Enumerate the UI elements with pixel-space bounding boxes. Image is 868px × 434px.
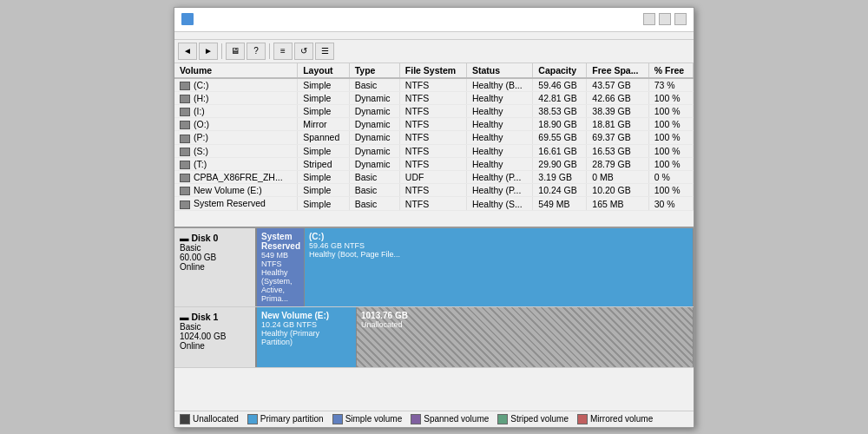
title-bar	[174, 8, 694, 32]
close-button[interactable]	[674, 13, 687, 25]
disk-name: ▬ Disk 1	[180, 312, 250, 322]
drive-icon	[180, 121, 190, 129]
menu-help[interactable]	[230, 34, 240, 37]
drive-icon	[180, 82, 190, 90]
partition[interactable]: System Reserved 549 MB NTFS Healthy (Sys…	[257, 228, 305, 306]
disk-partitions: System Reserved 549 MB NTFS Healthy (Sys…	[257, 228, 694, 306]
legend-item: Spanned volume	[411, 414, 489, 424]
disk-partitions: New Volume (E:) 10.24 GB NTFS Healthy (P…	[257, 307, 694, 367]
menu-action[interactable]	[195, 34, 206, 37]
drive-icon	[180, 187, 190, 195]
legend-item: Simple volume	[332, 414, 403, 424]
legend-item: Mirrored volume	[577, 414, 653, 424]
forward-button[interactable]: ►	[199, 43, 218, 60]
computer-button[interactable]: 🖥	[226, 43, 245, 60]
legend-color-box	[497, 414, 508, 424]
legend-item: Primary partition	[247, 414, 324, 424]
partition-details: 10.24 GB NTFS	[261, 320, 352, 329]
legend-color-box	[180, 414, 190, 424]
drive-icon	[180, 174, 190, 182]
legend-label: Unallocated	[193, 414, 239, 424]
toolbar: ◄ ► 🖥 ? ≡ ↺ ☰	[174, 40, 694, 63]
view-button[interactable]: ≡	[273, 43, 293, 60]
back-button[interactable]: ◄	[178, 43, 197, 60]
partition[interactable]: 1013.76 GB Unallocated	[357, 307, 694, 367]
col-capacity[interactable]: Capacity	[533, 63, 587, 78]
disk-row: ▬ Disk 1 Basic 1024.00 GB OnlineNew Volu…	[174, 307, 694, 368]
disk-label: ▬ Disk 0 Basic 60.00 GB Online	[174, 228, 257, 306]
menu-file[interactable]	[178, 34, 188, 37]
col-status[interactable]: Status	[466, 63, 532, 78]
disk-type: Basic	[180, 243, 250, 253]
table-row[interactable]: CPBA_X86FRE_ZH...SimpleBasicUDFHealthy (…	[174, 171, 694, 184]
table-row[interactable]: System ReservedSimpleBasicNTFSHealthy (S…	[174, 197, 694, 210]
partition-name: (C:)	[309, 232, 688, 241]
table-row[interactable]: (O:)MirrorDynamicNTFSHealthy18.90 GB18.8…	[174, 118, 694, 131]
legend-color-box	[247, 414, 258, 424]
table-row[interactable]: (H:)SimpleDynamicNTFSHealthy42.81 GB42.6…	[174, 91, 694, 104]
volume-table: Volume Layout Type File System Status Ca…	[174, 63, 694, 211]
col-volume[interactable]: Volume	[174, 63, 298, 78]
col-layout[interactable]: Layout	[298, 63, 349, 78]
drive-icon	[180, 161, 190, 169]
col-filesystem[interactable]: File System	[399, 63, 466, 78]
toolbar-separator-2	[269, 43, 270, 59]
content-area: Volume Layout Type File System Status Ca…	[174, 63, 694, 411]
drive-icon	[180, 95, 190, 103]
table-row[interactable]: (T:)StripedDynamicNTFSHealthy29.90 GB28.…	[174, 157, 694, 170]
partition-name: 1013.76 GB	[361, 311, 688, 320]
menu-bar	[174, 32, 694, 40]
disk-status: Online	[180, 262, 250, 272]
disk-size: 1024.00 GB	[180, 332, 250, 341]
title-bar-controls	[643, 13, 687, 25]
drive-icon	[180, 135, 190, 143]
maximize-button[interactable]	[659, 13, 671, 25]
partition-sub: Healthy (Primary Partition)	[261, 329, 352, 346]
partition[interactable]: (C:) 59.46 GB NTFS Healthy (Boot, Page F…	[305, 228, 694, 306]
legend-label: Spanned volume	[424, 414, 489, 424]
minimize-button[interactable]	[643, 13, 655, 25]
table-row[interactable]: (P:)SpannedDynamicNTFSHealthy69.55 GB69.…	[174, 131, 694, 144]
disk-management-window: ◄ ► 🖥 ? ≡ ↺ ☰ Volume Layout Type File Sy…	[174, 7, 694, 428]
legend-label: Mirrored volume	[590, 414, 653, 424]
col-free[interactable]: Free Spa...	[587, 63, 648, 78]
menu-view[interactable]	[213, 34, 223, 37]
refresh-button[interactable]: ↺	[294, 43, 313, 60]
title-bar-left	[181, 13, 199, 25]
col-type[interactable]: Type	[349, 63, 399, 78]
drive-icon	[180, 148, 190, 156]
disk-type: Basic	[180, 322, 250, 332]
disk-size: 60.00 GB	[180, 253, 250, 262]
help-button[interactable]: ?	[247, 43, 266, 60]
partition-sub: Healthy (Boot, Page File...	[309, 250, 688, 259]
partition-details: 549 MB NTFS	[261, 251, 299, 268]
table-row[interactable]: (S:)SimpleDynamicNTFSHealthy16.61 GB16.5…	[174, 144, 694, 157]
partition-details: 59.46 GB NTFS	[309, 241, 688, 250]
table-row[interactable]: (C:)SimpleBasicNTFSHealthy (B...59.46 GB…	[174, 78, 694, 92]
table-row[interactable]: New Volume (E:)SimpleBasicNTFSHealthy (P…	[174, 184, 694, 197]
partition-details: Unallocated	[361, 320, 688, 329]
partition-name: New Volume (E:)	[261, 311, 352, 320]
legend-item: Unallocated	[180, 414, 239, 424]
partition-name: System Reserved	[261, 232, 299, 251]
disk-name: ▬ Disk 0	[180, 233, 250, 243]
properties-button[interactable]: ☰	[315, 43, 334, 60]
partition[interactable]: New Volume (E:) 10.24 GB NTFS Healthy (P…	[257, 307, 357, 367]
legend-color-box	[332, 414, 343, 424]
app-icon	[181, 13, 194, 25]
disk-lower-section: ▬ Disk 0 Basic 60.00 GB OnlineSystem Res…	[174, 228, 694, 411]
legend-item: Striped volume	[497, 414, 569, 424]
status-bar: UnallocatedPrimary partitionSimple volum…	[174, 411, 694, 427]
drive-icon	[180, 201, 190, 209]
legend-label: Striped volume	[510, 414, 569, 424]
volume-table-section: Volume Layout Type File System Status Ca…	[174, 63, 694, 228]
col-pct[interactable]: % Free	[648, 63, 693, 78]
legend-label: Primary partition	[260, 414, 324, 424]
disk-label: ▬ Disk 1 Basic 1024.00 GB Online	[174, 307, 257, 367]
toolbar-separator-1	[221, 43, 222, 59]
disk-row: ▬ Disk 0 Basic 60.00 GB OnlineSystem Res…	[174, 228, 694, 307]
legend-label: Simple volume	[345, 414, 403, 424]
legend-color-box	[411, 414, 421, 424]
table-row[interactable]: (I:)SimpleDynamicNTFSHealthy38.53 GB38.3…	[174, 104, 694, 117]
drive-icon	[180, 108, 190, 116]
